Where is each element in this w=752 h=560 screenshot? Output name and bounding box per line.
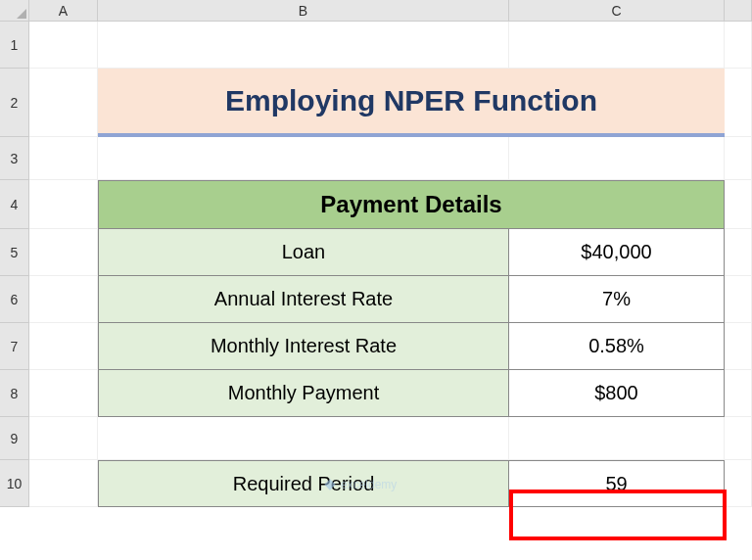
row-header-3[interactable]: 3 — [0, 137, 29, 180]
svg-rect-1 — [324, 479, 335, 490]
row-header-2[interactable]: 2 — [0, 69, 29, 137]
cell-D1[interactable] — [725, 22, 752, 69]
cell-A9[interactable] — [29, 417, 98, 460]
cell-A8[interactable] — [29, 370, 98, 417]
label-loan[interactable]: Loan — [98, 229, 509, 276]
col-header-A[interactable]: A — [29, 0, 98, 22]
cell-D10[interactable] — [725, 460, 752, 507]
row-header-5[interactable]: 5 — [0, 229, 29, 276]
value-annual-rate[interactable]: 7% — [509, 276, 725, 323]
cell-C1[interactable] — [509, 22, 725, 69]
cell-B9[interactable] — [98, 417, 509, 460]
row-header-1[interactable]: 1 — [0, 22, 29, 69]
cell-C3[interactable] — [509, 137, 725, 180]
row-header-4[interactable]: 4 — [0, 180, 29, 229]
label-annual-rate[interactable]: Annual Interest Rate — [98, 276, 509, 323]
cell-C9[interactable] — [509, 417, 725, 460]
cell-D7[interactable] — [725, 323, 752, 370]
watermark-icon — [323, 478, 337, 491]
label-monthly-rate[interactable]: Monthly Interest Rate — [98, 323, 509, 370]
cell-A4[interactable] — [29, 180, 98, 229]
cell-A6[interactable] — [29, 276, 98, 323]
cell-A5[interactable] — [29, 229, 98, 276]
cell-A1[interactable] — [29, 22, 98, 69]
col-header-C[interactable]: C — [509, 0, 725, 22]
col-header-B[interactable]: B — [98, 0, 509, 22]
select-all-corner[interactable] — [0, 0, 29, 22]
cell-D2[interactable] — [725, 69, 752, 137]
row-header-6[interactable]: 6 — [0, 276, 29, 323]
cell-B3[interactable] — [98, 137, 509, 180]
col-header-D[interactable] — [725, 0, 752, 22]
value-monthly-rate[interactable]: 0.58% — [509, 323, 725, 370]
watermark-text: exceldemy — [341, 478, 397, 491]
cell-B1[interactable] — [98, 22, 509, 69]
svg-marker-0 — [17, 9, 26, 19]
cell-D4[interactable] — [725, 180, 752, 229]
table-header[interactable]: Payment Details — [98, 180, 725, 229]
cell-A10[interactable] — [29, 460, 98, 507]
row-header-8[interactable]: 8 — [0, 370, 29, 417]
row-header-7[interactable]: 7 — [0, 323, 29, 370]
cell-D6[interactable] — [725, 276, 752, 323]
cell-A2[interactable] — [29, 69, 98, 137]
spreadsheet-grid: A B C 1 2 Employing NPER Function 3 4 Pa… — [0, 0, 752, 507]
value-loan[interactable]: $40,000 — [509, 229, 725, 276]
cell-A3[interactable] — [29, 137, 98, 180]
page-title[interactable]: Employing NPER Function — [98, 69, 725, 137]
row-header-10[interactable]: 10 — [0, 460, 29, 507]
value-required-period[interactable]: 59 — [509, 460, 725, 507]
cell-D3[interactable] — [725, 137, 752, 180]
label-required-period[interactable]: Required Period — [98, 460, 509, 507]
cell-A7[interactable] — [29, 323, 98, 370]
cell-D5[interactable] — [725, 229, 752, 276]
label-monthly-payment[interactable]: Monthly Payment — [98, 370, 509, 417]
cell-D9[interactable] — [725, 417, 752, 460]
value-monthly-payment[interactable]: $800 — [509, 370, 725, 417]
cell-D8[interactable] — [725, 370, 752, 417]
row-header-9[interactable]: 9 — [0, 417, 29, 460]
watermark: exceldemy — [323, 478, 397, 491]
